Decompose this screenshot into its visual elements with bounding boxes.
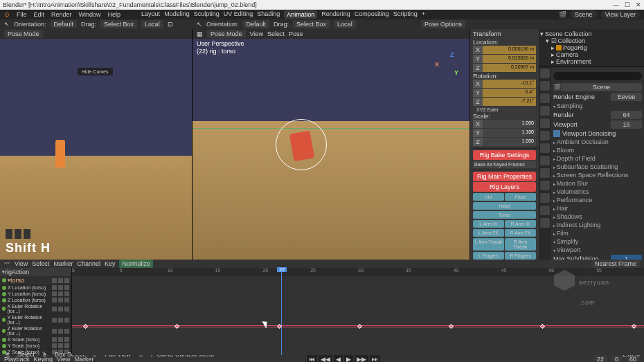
engine-dropdown[interactable]: Eevee (611, 93, 642, 101)
snap-dropdown[interactable]: Nearest Frame (591, 260, 640, 268)
outliner-scene-collection[interactable]: ▾ Scene Collection (540, 30, 643, 37)
outliner-collection[interactable]: ▾ ☑ Collection (540, 37, 643, 44)
props-section[interactable]: Ambient Occlusion (553, 138, 642, 145)
ws-compositing[interactable]: Compositing (355, 10, 389, 19)
keyframe-prev-icon[interactable]: ◀◀ (319, 355, 332, 362)
props-section[interactable]: Performance (553, 197, 642, 203)
rig-main-header[interactable]: Rig Main Properties (473, 172, 536, 181)
rig-layers-header[interactable]: Rig Layers (473, 182, 536, 192)
action-row[interactable]: ▾ rigAction (0, 268, 71, 276)
mode-dropdown[interactable]: Pose Mode (207, 30, 246, 38)
loc-z-field[interactable]: 0.20967 m (483, 64, 536, 72)
scene-name[interactable]: Scene (561, 83, 642, 91)
menu-edit[interactable]: Edit (34, 11, 45, 18)
ws-shading[interactable]: Shading (257, 10, 280, 19)
transform-header[interactable]: Transform (473, 30, 536, 37)
tl-view[interactable]: View (15, 260, 28, 267)
editor-type-icon[interactable]: ▦ (197, 30, 203, 37)
viewport-subsection[interactable]: Viewport (553, 246, 642, 253)
close-icon[interactable]: ✕ (636, 1, 641, 8)
object-tab-icon[interactable] (540, 131, 550, 141)
menu-help[interactable]: Help (108, 11, 121, 18)
start-frame-field[interactable]: 0 (611, 355, 622, 362)
simplify-section[interactable]: Simplify (553, 238, 642, 245)
viewlayer-selector[interactable]: View Layer (601, 10, 640, 19)
jump-end-icon[interactable]: ⏭ (370, 355, 380, 362)
orientation-dropdown[interactable]: Default (51, 20, 78, 28)
ws-layout[interactable]: Layout (141, 10, 160, 19)
physics-tab-icon[interactable] (540, 168, 550, 178)
viewlayer-tab-icon[interactable] (540, 93, 550, 103)
vpdenoise-checkbox[interactable] (553, 130, 560, 137)
vp-select-menu[interactable]: Select (267, 30, 285, 37)
ws-uvediting[interactable]: UV Editing (224, 10, 253, 19)
left-mode-dropdown[interactable]: Pose Mode (4, 30, 43, 38)
menu-window[interactable]: Window (79, 11, 101, 18)
navigation-gizmo[interactable]: X Y Z (435, 50, 463, 78)
frame-ruler[interactable]: 051015202530354045505560 (72, 268, 644, 276)
props-section[interactable]: Hair (553, 205, 642, 212)
rig-rarmik-button[interactable]: R Arm IK (505, 220, 536, 228)
sampling-section[interactable]: Sampling (553, 102, 642, 109)
pose-options-dropdown[interactable]: Pose Options (421, 20, 465, 28)
scale-x-field[interactable]: 1.000 (483, 120, 536, 128)
rig-rfing-button[interactable]: R Fingers (505, 252, 536, 260)
cursor-tool-icon[interactable]: ↖ (197, 21, 202, 28)
drag-dropdown[interactable]: Select Box (100, 20, 137, 28)
graph-area[interactable]: 051015202530354045505560 22 (72, 268, 644, 355)
rig-larmtw-button[interactable]: L Arm Tweak (473, 238, 504, 251)
x-axis-icon[interactable]: X (435, 61, 439, 68)
channel-row[interactable]: Y Scale (torso) (0, 343, 71, 349)
keyframe[interactable] (540, 323, 545, 328)
rig-rarmfk-button[interactable]: R Arm FK (505, 229, 536, 237)
y-axis-icon[interactable]: Y (454, 69, 458, 76)
keyframe[interactable] (277, 323, 282, 328)
keyframe-next-icon[interactable]: ▶▶ (355, 355, 368, 362)
tl-select[interactable]: Select (32, 260, 49, 267)
tl-marker[interactable]: Marker (53, 260, 73, 267)
maximize-icon[interactable]: ☐ (625, 1, 630, 8)
rig-bake-header[interactable]: Rig Bake Settings (473, 150, 536, 160)
keyframe[interactable] (82, 323, 87, 328)
snap-icon[interactable]: ⊡ (168, 21, 173, 28)
ws-sculpting[interactable]: Sculpting (194, 10, 220, 19)
tl-key[interactable]: Key (105, 260, 116, 267)
properties-search[interactable] (553, 72, 642, 80)
props-section[interactable]: Depth of Field (553, 155, 642, 162)
bone-tab-icon[interactable] (540, 206, 550, 215)
left-viewport[interactable]: Pose Mode Shift H (0, 29, 193, 260)
viewport-samples-field[interactable]: 16 (611, 120, 642, 129)
outliner-camera[interactable]: ▸ Camera (540, 51, 643, 58)
keyframe[interactable] (175, 323, 179, 328)
ws-rendering[interactable]: Rendering (321, 10, 350, 19)
channel-row[interactable]: Z Euler Rotation (tor...) (0, 325, 71, 336)
channel-row[interactable]: X Location (torso) (0, 284, 71, 291)
channel-row[interactable]: Y Euler Rotation (tor...) (0, 314, 71, 325)
outliner-environment[interactable]: ▸ Environment (540, 58, 643, 65)
rig-larmik-button[interactable]: L Arm IK (473, 220, 504, 228)
object-row[interactable]: ▾ torso (0, 276, 71, 284)
props-section[interactable]: Volumetrics (553, 188, 642, 195)
rig-head-button[interactable]: Head (473, 202, 536, 210)
normalize-button[interactable]: Normalize (119, 260, 153, 268)
channel-row[interactable]: Z Location (torso) (0, 297, 71, 303)
channel-row[interactable]: X Scale (torso) (0, 336, 71, 343)
rig-hid-button[interactable]: hid (473, 193, 504, 201)
scale-y-field[interactable]: 1.100 (483, 129, 536, 137)
scene-selector[interactable]: Scene (571, 10, 597, 19)
material-tab-icon[interactable] (540, 218, 550, 228)
scene-tab-icon[interactable] (540, 106, 550, 116)
output-tab-icon[interactable] (540, 81, 550, 91)
render-tab-icon[interactable] (540, 69, 550, 78)
blender-icon[interactable]: ⊙ (4, 11, 10, 18)
minimize-icon[interactable]: — (613, 1, 619, 8)
props-section[interactable]: Shadows (553, 213, 642, 220)
rig-rarmtw-button[interactable]: R Arm Tweak (505, 238, 536, 251)
center-viewport[interactable]: ▦ Pose Mode View Select Pose User Perspe… (193, 29, 469, 260)
transform-space[interactable]: Local (141, 20, 163, 28)
rot-y-field[interactable]: 6.4° (483, 89, 536, 97)
world-tab-icon[interactable] (540, 118, 550, 128)
character-torso[interactable] (289, 131, 314, 162)
rig-torso-button[interactable]: Torso (473, 211, 536, 219)
menu-render[interactable]: Render (51, 11, 72, 18)
